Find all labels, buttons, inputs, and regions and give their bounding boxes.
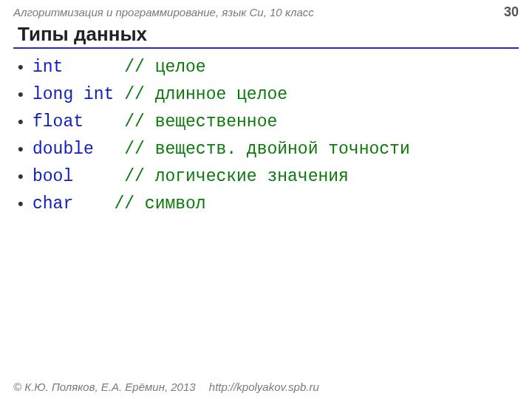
breadcrumb: Алгоритмизация и программирование, язык … <box>13 6 314 18</box>
content: int // целое long int // длинное целое f… <box>13 56 519 216</box>
keyword: double <box>33 140 114 159</box>
type-list: int // целое long int // длинное целое f… <box>13 56 519 216</box>
title-wrap: Типы данных <box>13 23 519 49</box>
list-item: int // целое <box>18 56 519 79</box>
page-title: Типы данных <box>13 23 519 46</box>
keyword: int <box>33 58 114 77</box>
comment: // длинное целое <box>114 85 287 104</box>
list-item: float // вещественное <box>18 111 519 134</box>
comment: // логические значения <box>114 167 348 186</box>
footer-url: http://kpolyakov.spb.ru <box>209 381 319 393</box>
comment: // веществ. двойной точности <box>114 140 409 159</box>
copyright: © К.Ю. Поляков, Е.А. Ерёмин, 2013 <box>13 381 196 393</box>
list-item: char // символ <box>18 193 519 216</box>
page-number: 30 <box>504 4 519 20</box>
comment: // символ <box>104 194 206 214</box>
keyword: long int <box>33 85 114 104</box>
slide-header: Алгоритмизация и программирование, язык … <box>0 0 532 20</box>
list-item: bool // логические значения <box>18 166 519 188</box>
list-item: long int // длинное целое <box>18 83 519 106</box>
slide-footer: © К.Ю. Поляков, Е.А. Ерёмин, 2013 http:/… <box>0 381 532 393</box>
keyword: char <box>33 194 104 214</box>
keyword: float <box>33 112 114 132</box>
list-item: double // веществ. двойной точности <box>18 138 519 161</box>
comment: // вещественное <box>114 112 277 132</box>
keyword: bool <box>33 167 114 186</box>
comment: // целое <box>114 58 205 77</box>
